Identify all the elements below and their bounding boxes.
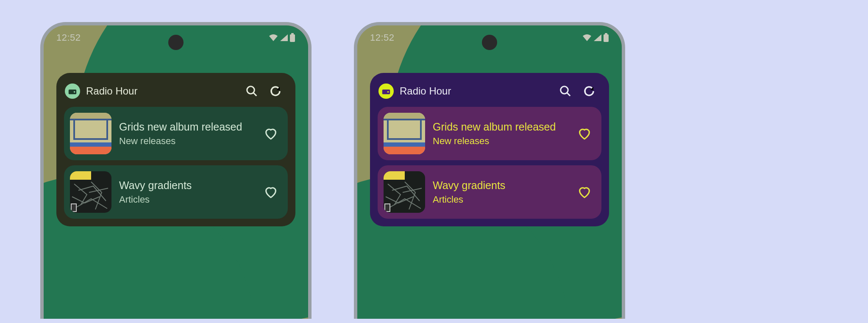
svg-point-6: [561, 86, 568, 94]
widget-header: Radio Hour: [378, 81, 601, 107]
card-thumbnail: [384, 171, 425, 213]
svg-line-7: [567, 93, 570, 96]
content-card[interactable]: Grids new album released New releases: [378, 107, 601, 160]
radio-icon: [381, 86, 391, 96]
wifi-icon: [582, 33, 592, 42]
favorite-button[interactable]: [575, 183, 594, 201]
battery-icon: [289, 33, 295, 42]
content-card[interactable]: Grids new album released New releases: [64, 107, 288, 160]
favorite-button[interactable]: [575, 124, 594, 143]
svg-rect-1: [291, 33, 294, 34]
status-time: 12:52: [56, 32, 81, 43]
card-thumbnail: [70, 171, 111, 213]
refresh-icon: [583, 85, 595, 97]
svg-rect-5: [605, 33, 607, 34]
radio-hour-widget: Radio Hour Grids new album released New …: [56, 73, 295, 226]
heart-icon: [577, 126, 592, 141]
card-subtitle: New releases: [433, 136, 568, 147]
search-icon: [245, 85, 258, 97]
svg-rect-0: [290, 34, 295, 42]
refresh-button[interactable]: [267, 82, 284, 100]
widget-title: Radio Hour: [86, 85, 237, 97]
search-button[interactable]: [243, 82, 261, 100]
heart-icon: [264, 185, 278, 199]
favorite-button[interactable]: [262, 124, 280, 143]
card-title: Grids new album released: [119, 120, 254, 134]
content-card[interactable]: Wavy gradients Articles: [64, 165, 288, 219]
phone-mockup-purple-theme: 12:52 Radio Hour Grids new album: [354, 22, 625, 319]
status-icons: [582, 33, 609, 42]
app-icon[interactable]: [378, 84, 394, 99]
phone-mockup-green-theme: 12:52 Radio Hour Grids new album: [40, 22, 312, 319]
svg-rect-4: [604, 34, 609, 42]
content-card[interactable]: Wavy gradients Articles: [378, 165, 601, 219]
refresh-button[interactable]: [580, 82, 598, 100]
card-title: Wavy gradients: [433, 179, 568, 192]
card-text: Wavy gradients Articles: [119, 179, 254, 205]
card-subtitle: New releases: [119, 136, 254, 147]
svg-point-2: [247, 86, 255, 94]
widget-header: Radio Hour: [64, 81, 288, 107]
widget-title: Radio Hour: [400, 85, 551, 97]
camera-cutout: [482, 35, 497, 50]
heart-icon: [577, 185, 592, 199]
search-icon: [559, 85, 572, 97]
wifi-icon: [268, 33, 278, 42]
heart-icon: [264, 126, 278, 141]
signal-icon: [279, 33, 289, 42]
signal-icon: [593, 33, 602, 42]
svg-line-3: [253, 93, 257, 96]
refresh-icon: [269, 85, 282, 97]
radio-icon: [68, 86, 77, 96]
status-time: 12:52: [370, 32, 395, 43]
card-title: Grids new album released: [433, 120, 568, 134]
camera-cutout: [168, 35, 184, 50]
search-button[interactable]: [556, 82, 574, 100]
app-icon[interactable]: [65, 84, 80, 99]
favorite-button[interactable]: [262, 183, 280, 201]
card-title: Wavy gradients: [119, 179, 254, 192]
radio-hour-widget: Radio Hour Grids new album released New …: [370, 73, 609, 226]
card-text: Grids new album released New releases: [433, 120, 568, 146]
card-thumbnail: [384, 113, 425, 154]
card-subtitle: Articles: [433, 194, 568, 205]
card-subtitle: Articles: [119, 194, 254, 205]
card-text: Grids new album released New releases: [119, 120, 254, 146]
status-icons: [268, 33, 295, 42]
battery-icon: [603, 33, 609, 42]
card-text: Wavy gradients Articles: [433, 179, 568, 205]
card-thumbnail: [70, 113, 111, 154]
